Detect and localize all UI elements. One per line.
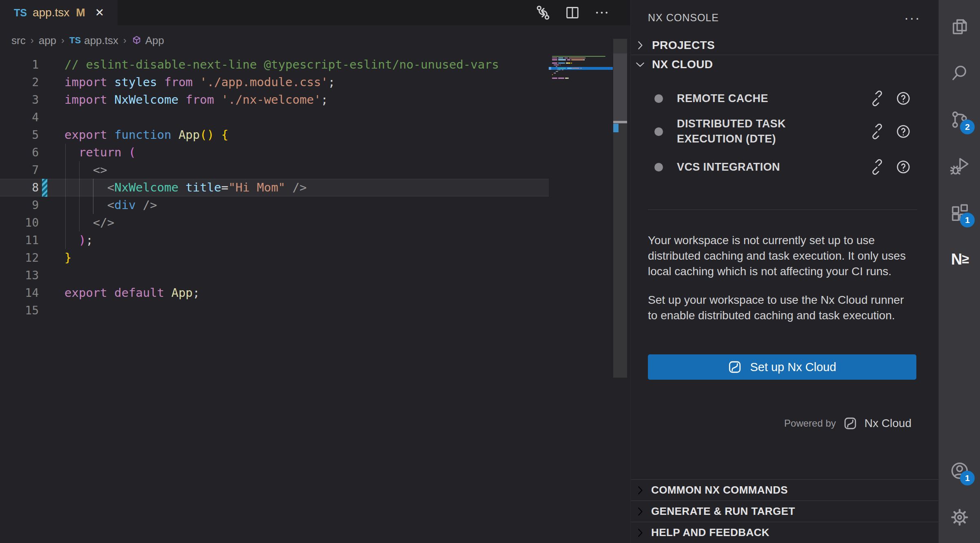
section-nx-cloud[interactable]: NX CLOUD	[631, 55, 938, 74]
breadcrumb-item-app[interactable]: App	[131, 34, 164, 47]
minimap-code-line	[552, 59, 557, 60]
breadcrumb-item-app-tsx[interactable]: TSapp.tsx	[69, 34, 118, 47]
section-help-and-feedback[interactable]: HELP AND FEEDBACK	[631, 522, 938, 543]
status-dot-icon	[654, 94, 663, 103]
indent-guide-active	[93, 179, 93, 214]
code-line-15[interactable]: 15	[0, 302, 549, 319]
code-line-9[interactable]: 9 <div />	[0, 196, 549, 214]
activity-bar-item-search[interactable]	[939, 50, 980, 96]
code-text: );	[64, 231, 93, 249]
debug-icon	[950, 156, 969, 176]
activity-bar-top: 21N≥	[939, 0, 980, 283]
code-text: <NxWelcome title="Hi Mom" />	[64, 179, 307, 196]
setup-button-label: Set up Nx Cloud	[750, 361, 836, 374]
breadcrumb-separator: ›	[61, 35, 64, 46]
breadcrumb-item-src[interactable]: src	[11, 34, 26, 47]
activity-bar-item-explorer[interactable]	[939, 3, 980, 50]
section-common-nx-commands[interactable]: COMMON NX COMMANDS	[631, 479, 938, 501]
code-line-5[interactable]: 5export function App() {	[0, 126, 549, 144]
tab-bar: TS app.tsx M ✕	[0, 0, 630, 25]
help-icon[interactable]	[895, 123, 911, 140]
status-dot-icon	[654, 127, 663, 136]
chevron-right-icon	[634, 39, 646, 51]
code-line-2[interactable]: 2import styles from './app.module.css';	[0, 73, 549, 91]
code-text: }	[64, 249, 71, 267]
code-line-6[interactable]: 6 return (	[0, 144, 549, 161]
code-line-3[interactable]: 3import NxWelcome from './nx-welcome';	[0, 91, 549, 109]
line-number: 13	[0, 267, 39, 284]
minimap-code-line	[558, 62, 565, 63]
minimap-code-line	[552, 78, 557, 78]
code-line-8[interactable]: 8 <NxWelcome title="Hi Mom" />	[0, 179, 549, 196]
code-line-13[interactable]: 13	[0, 267, 549, 284]
code-text: import NxWelcome from './nx-welcome';	[64, 91, 328, 109]
activity-bar-item-accounts[interactable]: 1	[939, 447, 980, 494]
vscode-window: { "tab_bar": { "tab": {"icon_label": "TS…	[0, 0, 980, 543]
panel-header: NX CONSOLE ···	[631, 5, 938, 30]
minimap-code-line	[558, 59, 566, 60]
minimap[interactable]	[549, 0, 613, 543]
help-icon[interactable]	[895, 159, 911, 175]
minimap-code-line	[567, 68, 572, 69]
breadcrumb-item-app[interactable]: app	[39, 34, 56, 47]
tab-close-icon[interactable]: ✕	[95, 6, 104, 19]
help-icon[interactable]	[895, 90, 911, 107]
nx-cloud-brand-label: Nx Cloud	[865, 417, 911, 430]
code-line-11[interactable]: 11 );	[0, 231, 549, 249]
badge: 1	[960, 471, 975, 485]
connect-plug-icon[interactable]	[869, 90, 885, 107]
nx-cloud-logo-icon	[843, 416, 857, 430]
minimap-code-line	[564, 58, 568, 58]
connect-plug-icon[interactable]	[869, 123, 885, 140]
activity-bar-item-nx-console[interactable]: N≥	[939, 236, 980, 283]
chevron-right-icon	[634, 505, 646, 518]
code-line-1[interactable]: 1// eslint-disable-next-line @typescript…	[0, 56, 549, 73]
connect-plug-icon[interactable]	[869, 159, 885, 175]
ts-file-icon: TS	[69, 35, 81, 46]
status-dot-icon	[654, 163, 663, 171]
minimap-code-line	[571, 59, 583, 60]
code-line-4[interactable]: 4	[0, 109, 549, 126]
section-generate-run-target[interactable]: GENERATE & RUN TARGET	[631, 501, 938, 522]
search-icon	[950, 63, 969, 83]
minimap-code-line	[552, 74, 553, 75]
code-area[interactable]: 1// eslint-disable-next-line @typescript…	[0, 56, 549, 319]
line-number: 7	[0, 161, 39, 179]
code-line-12[interactable]: 12}	[0, 249, 549, 267]
nx-logo-icon: N≥	[951, 251, 968, 268]
line-number: 2	[0, 73, 39, 91]
panel-bottom-sections: COMMON NX COMMANDSGENERATE & RUN TARGETH…	[631, 479, 938, 543]
activity-bar-item-settings[interactable]	[939, 494, 980, 541]
gear-icon	[949, 507, 970, 527]
feature-label: DISTRIBUTED TASK EXECUTION (DTE)	[677, 116, 840, 147]
section-label: PROJECTS	[652, 39, 715, 52]
ts-file-icon: TS	[14, 7, 27, 19]
scrollbar[interactable]	[613, 0, 628, 543]
minimap-code-line	[569, 58, 585, 58]
tab-app-tsx[interactable]: TS app.tsx M ✕	[0, 0, 118, 25]
chevron-down-icon	[634, 58, 646, 71]
line-number: 14	[0, 284, 39, 302]
breadcrumb-label: App	[145, 34, 164, 47]
minimap-code-line	[566, 62, 568, 63]
activity-bar-item-extensions[interactable]: 1	[939, 189, 980, 236]
chevron-right-icon	[634, 484, 646, 496]
setup-nx-cloud-button[interactable]: Set up Nx Cloud	[648, 354, 916, 380]
line-number: 5	[0, 126, 39, 144]
powered-by-label: Powered by	[784, 418, 836, 429]
code-line-7[interactable]: 7 <>	[0, 161, 549, 179]
breadcrumb: src›app›TSapp.tsx›App	[0, 25, 630, 56]
code-text: export function App() {	[64, 126, 228, 144]
activity-bar-item-run-and-debug[interactable]	[939, 143, 980, 189]
activity-bar-item-source-control[interactable]: 2	[939, 96, 980, 143]
scrollbar-thumb-highlight	[613, 53, 627, 121]
symbol-class-icon	[131, 35, 142, 46]
minimap-code-line	[556, 66, 557, 67]
tab-filename: app.tsx	[33, 6, 69, 19]
minimap-code-line	[583, 59, 584, 60]
code-line-14[interactable]: 14export default App;	[0, 284, 549, 302]
section-projects[interactable]: PROJECTS	[631, 36, 938, 55]
panel-more-actions-icon[interactable]: ···	[904, 13, 920, 22]
code-line-10[interactable]: 10 </>	[0, 214, 549, 231]
line-number: 6	[0, 144, 39, 161]
